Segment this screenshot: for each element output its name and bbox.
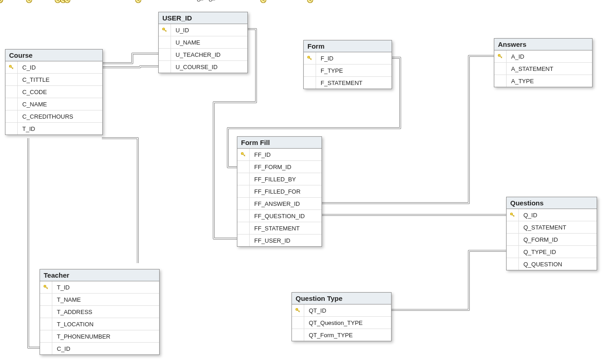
column-row[interactable]: FF_STATEMENT: [237, 222, 322, 234]
pk-empty: [159, 61, 171, 73]
column-row[interactable]: T_ADDRESS: [40, 306, 159, 318]
svg-line-30: [513, 215, 514, 216]
entity-formfill[interactable]: Form FillFF_IDFF_FORM_IDFF_FILLED_BYFF_F…: [237, 136, 322, 247]
column-name: Q_STATEMENT: [519, 224, 571, 231]
column-row[interactable]: FF_ID: [237, 149, 322, 161]
column-name: FF_ANSWER_ID: [250, 200, 304, 207]
entity-title: Course: [5, 50, 102, 61]
column-row[interactable]: T_ID: [40, 281, 159, 294]
column-row[interactable]: C_ID: [5, 61, 102, 74]
column-row[interactable]: T_ID: [5, 123, 102, 135]
column-row[interactable]: A_STATEMENT: [494, 63, 592, 75]
relation-line: [102, 66, 158, 67]
pk-empty: [304, 77, 316, 89]
column-row[interactable]: C_ID: [40, 343, 159, 354]
column-row[interactable]: FF_FORM_ID: [237, 161, 322, 173]
column-name: FF_FILLED_BY: [250, 176, 301, 183]
column-row[interactable]: U_NAME: [159, 36, 247, 49]
pk-empty: [237, 198, 250, 209]
pk-key-icon: [507, 209, 519, 221]
column-row[interactable]: Q_TYPE_ID: [507, 246, 597, 258]
entity-form[interactable]: FormF_IDF_TYPEF_STATEMENT: [303, 40, 392, 89]
relation-line: [102, 54, 158, 63]
entity-title: USER_ID: [159, 12, 247, 24]
pk-empty: [40, 318, 52, 330]
entity-title: Question Type: [292, 293, 391, 304]
entity-user[interactable]: USER_IDU_IDU_NAMEU_TEACHER_IDU_COURSE_ID: [158, 12, 248, 73]
pk-empty: [40, 294, 52, 305]
pk-empty: [304, 65, 316, 76]
column-row[interactable]: F_ID: [304, 52, 392, 65]
column-row[interactable]: C_TITTLE: [5, 74, 102, 86]
column-row[interactable]: FF_FILLED_FOR: [237, 185, 322, 198]
entity-title: Teacher: [40, 269, 159, 281]
column-row[interactable]: Q_STATEMENT: [507, 221, 597, 234]
column-name: FF_QUESTION_ID: [250, 213, 309, 219]
column-name: FF_FILLED_FOR: [250, 188, 305, 195]
column-name: T_ADDRESS: [52, 309, 97, 315]
pk-empty: [292, 329, 304, 341]
entity-course[interactable]: CourseC_IDC_TITTLEC_CODEC_NAMEC_CREDITHO…: [5, 49, 103, 135]
column-row[interactable]: F_STATEMENT: [304, 77, 392, 89]
column-name: F_ID: [316, 55, 338, 62]
entity-questions[interactable]: QuestionsQ_IDQ_STATEMENTQ_FORM_IDQ_TYPE_…: [506, 197, 597, 270]
column-row[interactable]: U_TEACHER_ID: [159, 49, 247, 61]
column-row[interactable]: C_CODE: [5, 86, 102, 98]
column-row[interactable]: FF_USER_ID: [237, 234, 322, 246]
pk-key-icon: [304, 52, 316, 64]
column-name: U_COURSE_ID: [171, 64, 222, 70]
column-row[interactable]: QT_Question_TYPE: [292, 317, 391, 329]
column-row[interactable]: FF_FILLED_BY: [237, 173, 322, 185]
column-name: F_TYPE: [316, 67, 347, 74]
column-row[interactable]: A_ID: [494, 50, 592, 63]
column-name: C_CODE: [18, 89, 51, 95]
pk-key-icon: [494, 50, 507, 62]
pk-empty: [237, 173, 250, 185]
pk-empty: [507, 221, 519, 233]
column-row[interactable]: Q_FORM_ID: [507, 234, 597, 246]
svg-line-9: [12, 68, 13, 69]
column-name: Q_QUESTION: [519, 261, 567, 268]
pk-empty: [494, 63, 507, 75]
pk-empty: [5, 110, 18, 122]
relation-key-icon: [0, 0, 3, 3]
entity-teacher[interactable]: TeacherT_IDT_NAMET_ADDRESST_LOCATIONT_PH…: [40, 269, 160, 355]
pk-key-icon: [237, 149, 250, 160]
pk-key-icon: [40, 281, 52, 293]
entity-answers[interactable]: AnswersA_IDA_STATEMENTA_TYPE: [494, 38, 593, 87]
relation-key-icon: [26, 0, 32, 3]
pk-key-icon: [5, 61, 18, 73]
svg-line-15: [311, 59, 312, 60]
column-row[interactable]: U_COURSE_ID: [159, 61, 247, 73]
relation-line: [102, 66, 158, 67]
column-row[interactable]: U_ID: [159, 24, 247, 36]
relation-key-icon: [65, 0, 70, 3]
column-row[interactable]: A_TYPE: [494, 75, 592, 87]
relation-crowfoot-icon: [197, 0, 203, 1]
relation-key-icon: [261, 0, 266, 3]
column-name: A_TYPE: [507, 78, 538, 85]
column-row[interactable]: FF_ANSWER_ID: [237, 198, 322, 210]
entity-qtype[interactable]: Question TypeQT_IDQT_Question_TYPEQT_For…: [291, 292, 392, 341]
column-row[interactable]: C_NAME: [5, 98, 102, 110]
column-row[interactable]: Q_QUESTION: [507, 258, 597, 270]
relation-key-icon: [0, 0, 3, 3]
column-name: T_ID: [52, 284, 74, 291]
relation-line: [102, 138, 138, 263]
column-row[interactable]: FF_QUESTION_ID: [237, 210, 322, 222]
column-row[interactable]: C_CREDITHOURS: [5, 110, 102, 123]
column-name: C_ID: [52, 345, 75, 352]
column-row[interactable]: T_LOCATION: [40, 318, 159, 330]
column-row[interactable]: T_PHONENUMBER: [40, 330, 159, 343]
column-row[interactable]: QT_Form_TYPE: [292, 329, 391, 341]
column-row[interactable]: QT_ID: [292, 304, 391, 317]
pk-empty: [237, 185, 250, 197]
column-name: FF_STATEMENT: [250, 225, 304, 232]
pk-empty: [5, 86, 18, 98]
pk-empty: [237, 234, 250, 246]
column-row[interactable]: T_NAME: [40, 294, 159, 306]
column-row[interactable]: Q_ID: [507, 209, 597, 221]
pk-empty: [40, 343, 52, 354]
column-row[interactable]: F_TYPE: [304, 65, 392, 77]
pk-key-icon: [159, 24, 171, 36]
